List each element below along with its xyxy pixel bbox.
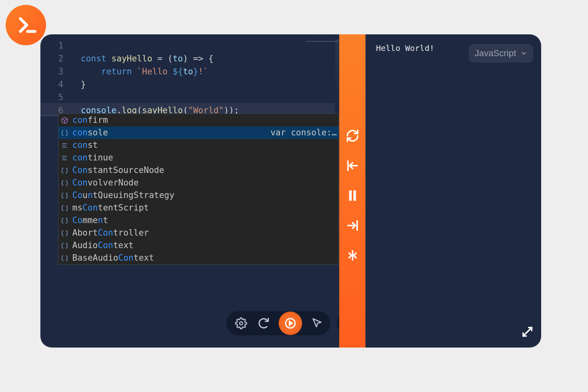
svg-line-17 [523, 328, 532, 336]
bracket-icon [60, 179, 69, 188]
text-icon [60, 141, 69, 150]
svg-point-7 [239, 322, 243, 325]
suggestion-label: ConstantSourceNode [72, 164, 164, 177]
suggestion-label: CountQueuingStrategy [72, 189, 174, 202]
suggestion-item[interactable]: BaseAudioContext [59, 252, 338, 264]
sync-icon[interactable] [346, 129, 359, 144]
suggestion-label: AbortController [72, 227, 149, 239]
suggestion-label: console [72, 126, 108, 139]
suggestion-label: Comment [72, 214, 108, 227]
bracket-icon [60, 191, 69, 200]
suggestion-item[interactable]: msContentScript [59, 202, 338, 214]
suggestion-item[interactable]: ConvolverNode [59, 177, 338, 189]
collapse-right-icon[interactable] [346, 219, 359, 234]
suggestion-item[interactable]: Comment [59, 214, 338, 227]
svg-rect-13 [353, 190, 356, 201]
bracket-icon [60, 229, 69, 238]
reload-button[interactable] [258, 317, 270, 329]
view-code-button[interactable] [337, 311, 339, 335]
bracket-icon [60, 254, 69, 263]
bracket-icon [60, 204, 69, 213]
collapse-left-icon[interactable] [346, 159, 359, 174]
output-pane: Hello World! JavaScript [365, 34, 541, 348]
suggestion-label: AudioContext [72, 239, 134, 252]
suggestion-item[interactable]: const [59, 139, 338, 152]
suggestion-detail: var console:… [254, 126, 337, 139]
suggestion-label: msContentScript [72, 202, 149, 214]
svg-marker-9 [290, 321, 292, 325]
language-select[interactable]: JavaScript [469, 44, 533, 63]
cube-icon [60, 116, 69, 125]
resize-handle-icon[interactable] [520, 325, 535, 341]
editor-pane[interactable]: 1 2 3 4 5 6 const sayHello = (to) => { r… [40, 34, 339, 348]
text-icon [60, 154, 69, 162]
editor-toolbar [226, 311, 330, 335]
suggestion-item[interactable]: CountQueuingStrategy [59, 189, 338, 202]
suggestion-label: const [72, 139, 98, 152]
center-icon[interactable] [346, 249, 359, 264]
suggestion-item[interactable]: AudioContext [59, 239, 338, 252]
app-logo [6, 5, 46, 45]
suggestion-label: ConvolverNode [72, 177, 139, 189]
bracket-icon [60, 166, 69, 175]
cursor-button[interactable] [311, 317, 323, 329]
suggestion-item[interactable]: confirm [59, 114, 338, 126]
suggestion-label: BaseAudioContext [72, 252, 154, 264]
bracket-icon [60, 241, 69, 250]
suggestion-item[interactable]: consolevar console:… [59, 126, 338, 139]
settings-button[interactable] [235, 317, 247, 329]
suggestion-item[interactable]: ConstantSourceNode [59, 164, 338, 177]
minimap[interactable] [335, 39, 339, 108]
bracket-icon [60, 216, 69, 225]
bracket-icon [60, 129, 69, 137]
suggestion-label: confirm [72, 114, 108, 126]
svg-rect-12 [349, 190, 351, 201]
suggestion-item[interactable]: AbortController [59, 227, 338, 239]
suggestion-label: continue [72, 152, 113, 164]
line-number-gutter: 1 2 3 4 5 6 [40, 39, 75, 117]
pane-divider[interactable] [339, 34, 365, 348]
suggestion-item[interactable]: continue [59, 152, 338, 164]
intellisense-popup[interactable]: confirmconsolevar console:…constcontinue… [58, 114, 339, 265]
pause-icon[interactable] [346, 189, 359, 204]
run-button[interactable] [279, 312, 302, 335]
